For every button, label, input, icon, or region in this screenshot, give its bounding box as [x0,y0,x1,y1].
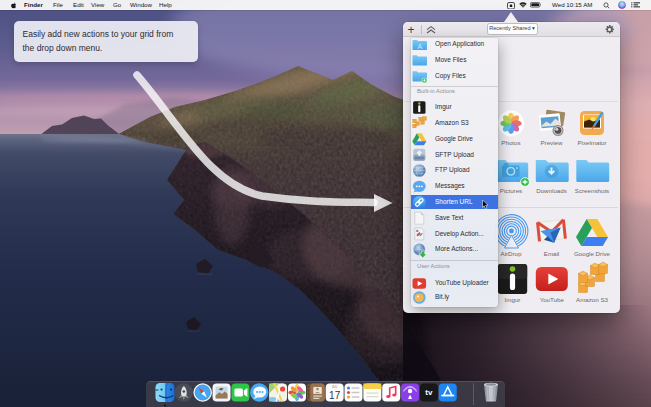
svg-text:A: A [417,42,422,49]
svg-text:17: 17 [329,390,341,401]
svg-text:tv: tv [425,388,433,397]
svg-text:JUL: JUL [332,385,338,389]
